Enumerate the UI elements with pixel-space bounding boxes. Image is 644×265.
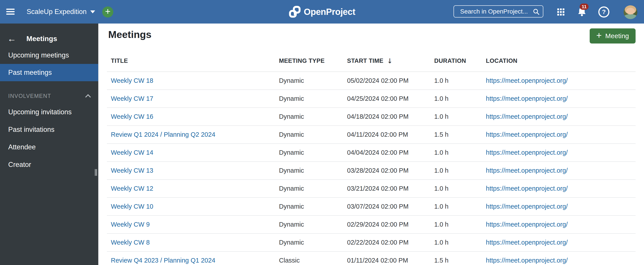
table-row: Review Q1 2024 / Planning Q2 2024 Dynami… [107,126,636,144]
meeting-location-link[interactable]: https://meet.openproject.org/ [486,149,568,156]
meeting-location-link[interactable]: https://meet.openproject.org/ [486,167,568,174]
sidebar-item-involvement[interactable]: Attendee [0,138,98,156]
quick-add-button[interactable]: + [102,7,113,18]
column-header-duration[interactable]: DURATION [430,58,482,64]
table-row: Review Q4 2023 / Planning Q1 2024 Classi… [107,252,636,265]
duration-cell: 1.0 h [430,185,482,192]
column-header-title[interactable]: TITLE [107,58,275,64]
meeting-title-link[interactable]: Weekly CW 8 [111,239,150,246]
help-icon[interactable]: ? [598,7,610,18]
meeting-title-link[interactable]: Review Q1 2024 / Planning Q2 2024 [111,131,215,138]
meeting-location-link[interactable]: https://meet.openproject.org/ [486,185,568,192]
meeting-location-link[interactable]: https://meet.openproject.org/ [486,77,568,84]
meeting-title-link[interactable]: Weekly CW 12 [111,185,153,192]
table-row: Weekly CW 18 Dynamic 05/02/2024 02:00 PM… [107,72,636,90]
meeting-type-cell: Dynamic [275,203,343,210]
table-row: Weekly CW 14 Dynamic 04/04/2024 02:00 PM… [107,144,636,162]
sidebar-title: Meetings [26,35,57,43]
start-time-cell: 01/11/2024 02:00 PM [343,257,430,264]
add-meeting-button[interactable]: + Meeting [590,29,636,44]
meeting-location-link[interactable]: https://meet.openproject.org/ [486,221,568,228]
table-row: Weekly CW 17 Dynamic 04/25/2024 02:00 PM… [107,90,636,108]
main-content: Meetings + Meeting TITLE MEETING TYPE ST… [99,24,644,265]
meeting-title-link[interactable]: Weekly CW 18 [111,77,153,84]
duration-cell: 1.0 h [430,221,482,228]
search-input[interactable] [454,8,531,15]
start-time-cell: 02/29/2024 02:00 PM [343,221,430,228]
meeting-title-link[interactable]: Weekly CW 10 [111,203,153,210]
openproject-logo-text: OpenProject [304,7,355,17]
duration-cell: 1.0 h [430,203,482,210]
sidebar-item-involvement[interactable]: Upcoming invitations [0,103,98,121]
duration-cell: 1.0 h [430,149,482,156]
meeting-location-link[interactable]: https://meet.openproject.org/ [486,239,568,246]
meeting-title-link[interactable]: Weekly CW 9 [111,221,150,228]
search-icon[interactable] [533,8,540,15]
sidebar-section-involvement: INVOLVEMENT [0,90,98,102]
start-time-cell: 04/11/2024 02:00 PM [343,131,430,138]
start-time-cell: 05/02/2024 02:00 PM [343,77,430,84]
table-row: Weekly CW 8 Dynamic 02/22/2024 02:00 PM … [107,234,636,252]
meeting-location-link[interactable]: https://meet.openproject.org/ [486,257,568,264]
meeting-type-cell: Dynamic [275,185,343,192]
sidebar-item-meetings[interactable]: Past meetings [0,64,98,81]
project-switcher[interactable]: ScaleUp Expedition [26,0,95,24]
sidebar-item-label: Past meetings [8,69,52,77]
meeting-type-cell: Dynamic [275,95,343,102]
duration-cell: 1.0 h [430,239,482,246]
hamburger-menu-icon[interactable] [6,9,15,15]
meeting-title-link[interactable]: Weekly CW 17 [111,95,153,102]
global-search-box [454,5,543,18]
meeting-type-cell: Dynamic [275,149,343,156]
notification-badge[interactable]: 11 [580,4,588,10]
start-time-cell: 04/18/2024 02:00 PM [343,113,430,120]
start-time-cell: 03/28/2024 02:00 PM [343,167,430,174]
duration-cell: 1.0 h [430,77,482,84]
modules-grid-icon[interactable] [557,9,564,16]
meeting-title-link[interactable]: Review Q4 2023 / Planning Q1 2024 [111,257,215,264]
page-title: Meetings [108,29,152,40]
meetings-table: TITLE MEETING TYPE START TIME ↓ DURATION… [107,50,636,265]
meeting-type-cell: Classic [275,257,343,264]
duration-cell: 1.0 h [430,167,482,174]
table-row: Weekly CW 12 Dynamic 03/21/2024 02:00 PM… [107,180,636,198]
sidebar: ← Meetings Upcoming meetings Past meetin… [0,24,99,265]
project-name: ScaleUp Expedition [26,8,87,16]
table-row: Weekly CW 16 Dynamic 04/18/2024 02:00 PM… [107,108,636,126]
user-avatar[interactable] [624,5,637,19]
sidebar-item-involvement[interactable]: Creator [0,156,98,173]
sort-desc-arrow-icon[interactable]: ↓ [387,57,393,65]
meeting-location-link[interactable]: https://meet.openproject.org/ [486,203,568,210]
sidebar-item-label: Past invitations [8,126,54,134]
column-header-meeting-type[interactable]: MEETING TYPE [275,58,343,64]
sidebar-item-label: Attendee [8,143,36,151]
start-time-cell: 03/21/2024 02:00 PM [343,185,430,192]
meeting-type-cell: Dynamic [275,113,343,120]
openproject-logo-icon [289,6,301,18]
duration-cell: 1.0 h [430,95,482,102]
start-time-cell: 02/22/2024 02:00 PM [343,239,430,246]
sidebar-item-label: Upcoming meetings [8,51,69,59]
duration-cell: 1.5 h [430,257,482,264]
meeting-location-link[interactable]: https://meet.openproject.org/ [486,95,568,102]
openproject-logo[interactable]: OpenProject [289,0,355,24]
start-time-cell: 04/25/2024 02:00 PM [343,95,430,102]
sidebar-item-involvement[interactable]: Past invitations [0,121,98,138]
column-header-location[interactable]: LOCATION [482,58,636,64]
meeting-title-link[interactable]: Weekly CW 13 [111,167,153,174]
sidebar-header: ← Meetings [0,32,98,46]
meeting-title-link[interactable]: Weekly CW 14 [111,149,153,156]
sidebar-item-meetings[interactable]: Upcoming meetings [0,47,98,64]
sidebar-resize-handle[interactable] [95,169,97,176]
plus-icon: + [105,7,111,16]
chevron-up-icon[interactable] [86,94,90,98]
meeting-title-link[interactable]: Weekly CW 16 [111,113,153,120]
meeting-location-link[interactable]: https://meet.openproject.org/ [486,131,568,138]
start-time-cell: 03/07/2024 02:00 PM [343,203,430,210]
back-arrow-icon[interactable]: ← [7,34,16,43]
meeting-location-link[interactable]: https://meet.openproject.org/ [486,113,568,120]
column-header-start-time[interactable]: START TIME ↓ [343,57,430,65]
table-row: Weekly CW 10 Dynamic 03/07/2024 02:00 PM… [107,198,636,216]
chevron-down-icon [90,11,95,13]
sidebar-item-label: Upcoming invitations [8,108,72,116]
